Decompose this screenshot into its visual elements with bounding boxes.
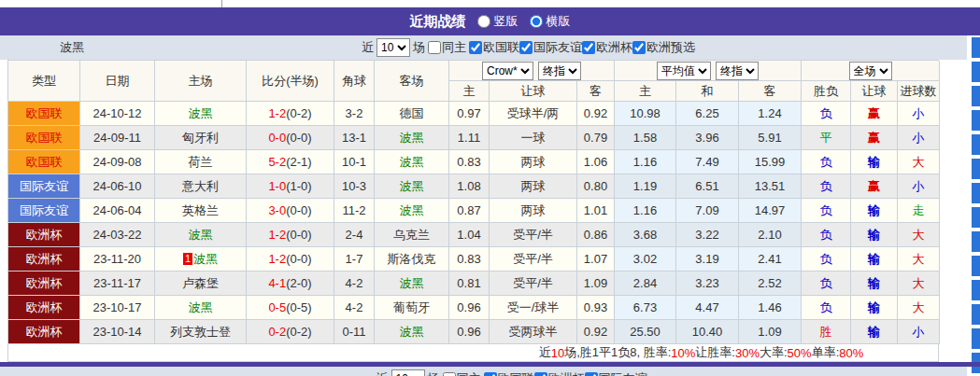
away-odds-cell: 1.09 (577, 272, 615, 296)
home-team-name[interactable]: 波黑 (189, 299, 213, 316)
score-cell: 0-0 (0-0) (247, 126, 334, 150)
away-team-name[interactable]: 波黑 (400, 275, 424, 292)
sub-column-header-6: 胜负 (802, 81, 851, 102)
handicap-result-cell: 输 (851, 320, 898, 344)
summary-segment: 80% (839, 346, 863, 360)
away-team-name[interactable]: 波黑 (400, 130, 424, 146)
away-team-name[interactable]: 德国 (400, 105, 424, 122)
average-select[interactable]: 平均值 (657, 62, 711, 80)
half-score: (0-2) (286, 106, 311, 120)
summary-segment: 场,胜1平1负8, 胜率: (564, 344, 671, 361)
league-checkbox-欧洲杯[interactable]: 欧洲杯 (534, 370, 585, 376)
goals-over-under-cell: 走 (898, 199, 940, 223)
same-home-label: 同主 (457, 370, 481, 376)
away-team-cell: 波黑 (375, 150, 449, 174)
away-team-cell: 波黑 (375, 199, 449, 223)
horizontal-radio-icon[interactable] (530, 15, 543, 28)
away-odds-cell: 0.79 (577, 126, 615, 150)
avg-away-odds-cell: 2.10 (739, 223, 802, 247)
score-cell: 1-2 (0-0) (247, 223, 334, 247)
table-row: 欧洲杯 23-11-17 卢森堡 4-1 (2-0) 4-2 波黑 0.81 受… (8, 272, 939, 296)
home-team-name[interactable]: 波黑 (189, 105, 213, 122)
league-checkbox-icon[interactable] (469, 41, 482, 54)
away-team-name[interactable]: 波黑 (400, 178, 424, 195)
scope-select[interactable]: 全场 (849, 62, 892, 80)
full-score: 0-5 (268, 300, 286, 314)
league-checkbox-icon[interactable] (582, 41, 595, 54)
full-score: 5-2 (268, 155, 286, 169)
handicap-cell: 一球 (490, 126, 577, 150)
summary-segment: 近 (539, 344, 551, 361)
goals-over-under-cell: 大 (898, 272, 940, 296)
same-home-checkbox-icon[interactable] (428, 41, 441, 54)
half-score: (1-0) (286, 179, 311, 193)
away-team-name[interactable]: 斯洛伐克 (388, 251, 436, 268)
top-strip (0, 0, 980, 7)
right-blue-strip[interactable] (972, 37, 980, 376)
home-team-name[interactable]: 波黑 (193, 251, 218, 268)
league-checkbox-国际友谊[interactable]: 国际友谊 (519, 39, 582, 56)
home-team-name[interactable]: 波黑 (189, 227, 213, 244)
final-odds-select-2[interactable]: 终指 (716, 62, 759, 80)
same-home-checkbox[interactable]: 同主 (428, 39, 466, 56)
league-checkbox-国际友谊[interactable]: 国际友谊 (585, 370, 647, 376)
table-body: 欧国联 24-10-12 波黑 1-2 (0-2) 3-2 德国 0.97 受球… (8, 102, 939, 344)
home-team-name[interactable]: 英格兰 (182, 202, 219, 219)
sub-column-header-1: 让球 (490, 81, 577, 102)
league-checkbox-icon[interactable] (519, 41, 533, 54)
win-loss-cell: 负 (802, 102, 851, 126)
summary-segment: 大率: (760, 344, 788, 361)
team-name[interactable]: 波黑 (60, 39, 84, 56)
win-loss-cell: 负 (802, 223, 851, 247)
league-checkbox-欧洲预选[interactable]: 欧洲预选 (632, 39, 695, 56)
league-checkbox-欧洲杯[interactable]: 欧洲杯 (582, 39, 632, 56)
away-team-name[interactable]: 波黑 (400, 202, 424, 219)
full-score: 4-1 (268, 276, 286, 290)
corner-cell: 10-1 (334, 150, 375, 174)
league-checkbox-欧国联[interactable]: 欧国联 (484, 370, 534, 376)
summary-segment: 30% (735, 346, 760, 360)
avg-draw-odds-cell: 7.09 (676, 199, 739, 223)
date-cell: 24-09-08 (80, 150, 155, 174)
league-checkbox-icon[interactable] (534, 372, 547, 376)
league-checkbox-icon[interactable] (585, 372, 598, 376)
avg-draw-odds-cell: 6.51 (676, 174, 739, 199)
vertical-radio-icon[interactable] (477, 15, 490, 28)
vertical-radio-label: 竖版 (494, 13, 518, 30)
games-count-select-2[interactable]: 10 (391, 369, 425, 376)
layout-radio-horizontal[interactable]: 横版 (530, 13, 571, 30)
filter-controls: 近 10 场 同主 欧国联国际友谊欧洲杯欧洲预选 (272, 38, 695, 57)
goals-over-under-cell: 大 (898, 296, 940, 320)
league-checkbox-icon[interactable] (484, 372, 497, 376)
half-score: (0-5) (286, 300, 311, 314)
handicap-result-cell: 赢 (851, 102, 898, 126)
away-team-name[interactable]: 波黑 (400, 154, 424, 171)
layout-radio-vertical[interactable]: 竖版 (477, 13, 518, 30)
corner-cell: 4-2 (334, 296, 375, 320)
games-count-select[interactable]: 10 (376, 38, 410, 57)
home-team-cell: 英格兰 (155, 199, 247, 223)
league-checkbox-icon[interactable] (632, 41, 646, 54)
away-team-name[interactable]: 葡萄牙 (393, 299, 430, 316)
bookmaker-select[interactable]: Crow* (482, 62, 533, 80)
handicap-cell: 受一/球半 (490, 296, 577, 320)
home-team-name[interactable]: 意大利 (182, 178, 219, 195)
home-team-name[interactable]: 荷兰 (189, 154, 213, 171)
full-score: 3-0 (268, 203, 286, 217)
half-score: (2-1) (286, 155, 311, 169)
league-checkbox-欧国联[interactable]: 欧国联 (469, 39, 519, 56)
home-team-name[interactable]: 卢森堡 (182, 275, 219, 292)
away-team-name[interactable]: 波黑 (400, 324, 424, 341)
home-team-name[interactable]: 匈牙利 (182, 130, 219, 146)
home-team-name[interactable]: 列支敦士登 (170, 324, 231, 341)
away-team-name[interactable]: 乌克兰 (393, 227, 430, 244)
near-label: 近 (376, 370, 389, 376)
avg-away-odds-cell: 13.51 (739, 174, 802, 199)
half-score: (2-0) (286, 276, 311, 290)
top-strip-divider-line (221, 0, 222, 7)
home-team-cell: 波黑 (155, 223, 247, 247)
same-home-checkbox-icon[interactable] (443, 372, 456, 376)
same-home-checkbox-2[interactable]: 同主 (443, 370, 481, 376)
away-team-cell: 葡萄牙 (375, 296, 449, 320)
final-odds-select[interactable]: 终指 (538, 62, 581, 80)
